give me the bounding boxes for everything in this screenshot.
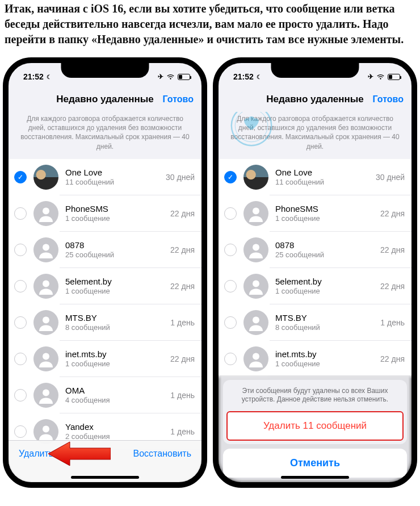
svg-point-13 xyxy=(253,316,259,323)
conversation-row[interactable]: 5element.by1 сообщение22 дня xyxy=(219,268,411,304)
conversation-subtitle: 2 сообщения xyxy=(65,432,166,441)
notch xyxy=(271,62,359,78)
conversation-row[interactable]: 087825 сообщений22 дня xyxy=(219,232,411,268)
phone-left: 21:52 ☾ ✈ Недавно удаленные Готово Для к… xyxy=(3,57,207,488)
annotation-arrow-icon xyxy=(48,440,111,467)
conversation-name: 5element.by xyxy=(275,277,376,286)
days-remaining: 30 дней xyxy=(166,173,195,182)
avatar xyxy=(33,383,58,408)
svg-point-2 xyxy=(43,280,49,287)
select-circle[interactable] xyxy=(224,280,237,292)
airplane-icon: ✈ xyxy=(158,73,163,81)
status-time: 21:52 xyxy=(23,72,44,81)
select-circle[interactable] xyxy=(224,353,237,365)
conversation-row[interactable]: 087825 сообщений22 дня xyxy=(9,232,201,268)
svg-marker-7 xyxy=(48,442,111,466)
conversation-subtitle: 8 сообщений xyxy=(275,323,376,332)
conversation-row[interactable]: 5element.by1 сообщение22 дня xyxy=(9,268,201,304)
days-remaining: 22 дня xyxy=(380,245,405,254)
select-circle[interactable] xyxy=(14,244,27,256)
conversation-subtitle: 1 сообщение xyxy=(65,214,166,223)
sheet-message: Эти сообщения будут удалены со всех Ваши… xyxy=(223,380,407,411)
conversation-row[interactable]: ✓One Love11 сообщений30 дней xyxy=(219,159,411,195)
conversation-row[interactable]: PhoneSMS1 сообщение22 дня xyxy=(9,195,201,232)
days-remaining: 22 дня xyxy=(380,282,405,291)
select-circle[interactable] xyxy=(224,244,237,256)
nav-bar: Недавно удаленные Готово xyxy=(9,87,201,112)
select-circle[interactable] xyxy=(14,353,27,365)
airplane-icon: ✈ xyxy=(368,73,373,81)
done-button[interactable]: Готово xyxy=(163,94,194,104)
select-circle[interactable] xyxy=(224,207,237,220)
conversation-subtitle: 11 сообщений xyxy=(275,178,371,186)
select-circle[interactable] xyxy=(224,316,237,329)
days-remaining: 1 день xyxy=(380,318,405,327)
conversation-subtitle: 8 сообщений xyxy=(65,323,166,332)
svg-point-14 xyxy=(253,353,259,359)
battery-icon xyxy=(388,74,400,80)
avatar xyxy=(243,274,268,299)
svg-point-1 xyxy=(43,244,49,250)
select-circle[interactable] xyxy=(14,316,27,329)
conversation-subtitle: 1 сообщение xyxy=(65,287,166,295)
conversation-row[interactable]: PhoneSMS1 сообщение22 дня xyxy=(219,195,411,232)
conversation-subtitle: 25 сообщений xyxy=(275,250,376,259)
svg-point-0 xyxy=(43,207,49,214)
days-remaining: 1 день xyxy=(170,318,195,327)
avatar xyxy=(243,346,268,371)
avatar xyxy=(33,237,58,262)
svg-point-4 xyxy=(43,353,49,359)
nav-title: Недавно удаленные xyxy=(266,94,364,105)
nav-title: Недавно удаленные xyxy=(56,94,154,105)
conversation-row[interactable]: OMA4 сообщения1 день xyxy=(9,377,201,413)
conversation-name: inet.mts.by xyxy=(65,349,166,359)
conversation-name: 5element.by xyxy=(65,277,166,286)
conversation-name: MTS.BY xyxy=(275,313,376,323)
conversation-name: inet.mts.by xyxy=(275,349,376,359)
conversation-subtitle: 4 сообщения xyxy=(65,396,166,404)
svg-point-12 xyxy=(253,280,259,287)
avatar xyxy=(243,310,268,335)
conversation-subtitle: 1 сообщение xyxy=(65,359,166,368)
dnd-icon: ☾ xyxy=(47,74,52,80)
sheet-delete-button[interactable]: Удалить 11 сообщений xyxy=(226,411,404,441)
days-remaining: 22 дня xyxy=(170,282,195,291)
phone-right: 21:52 ☾ ✈ Недавно удаленные Готово Для к… xyxy=(213,57,417,488)
avatar xyxy=(33,346,58,371)
conversation-list: ✓One Love11 сообщений30 днейPhoneSMS1 со… xyxy=(9,159,201,450)
select-circle[interactable] xyxy=(14,207,27,220)
check-icon: ✓ xyxy=(18,173,23,181)
select-circle[interactable] xyxy=(14,280,27,292)
conversation-row[interactable]: inet.mts.by1 сообщение22 дня xyxy=(9,341,201,377)
avatar xyxy=(33,201,58,226)
header-description: Для каждого разговора отображается колич… xyxy=(219,112,411,159)
days-remaining: 1 день xyxy=(170,427,195,436)
nav-bar: Недавно удаленные Готово xyxy=(219,87,411,112)
svg-point-6 xyxy=(43,425,49,432)
check-icon: ✓ xyxy=(228,173,233,181)
select-circle[interactable]: ✓ xyxy=(224,171,237,183)
conversation-row[interactable]: MTS.BY8 сообщений1 день xyxy=(219,304,411,341)
days-remaining: 22 дня xyxy=(170,245,195,254)
avatar xyxy=(33,310,58,335)
conversation-name: 0878 xyxy=(275,240,376,250)
svg-point-5 xyxy=(43,389,49,396)
conversation-row[interactable]: ✓One Love11 сообщений30 дней xyxy=(9,159,201,195)
days-remaining: 1 день xyxy=(170,391,195,400)
conversation-subtitle: 1 сообщение xyxy=(275,359,376,368)
conversation-row[interactable]: MTS.BY8 сообщений1 день xyxy=(9,304,201,341)
home-indicator xyxy=(71,476,139,479)
battery-icon xyxy=(178,74,190,80)
conversation-row[interactable]: inet.mts.by1 сообщение22 дня xyxy=(219,341,411,377)
svg-point-3 xyxy=(43,316,49,323)
restore-button[interactable]: Восстановить xyxy=(133,449,191,459)
header-description: Для каждого разговора отображается колич… xyxy=(9,112,201,159)
done-button[interactable]: Готово xyxy=(373,94,404,104)
select-circle[interactable] xyxy=(14,389,27,402)
svg-point-11 xyxy=(253,244,259,250)
conversation-subtitle: 1 сообщение xyxy=(275,214,376,223)
select-circle[interactable]: ✓ xyxy=(14,171,27,183)
sheet-cancel-button[interactable]: Отменить xyxy=(223,449,407,478)
days-remaining: 30 дней xyxy=(376,173,405,182)
select-circle[interactable] xyxy=(14,425,27,438)
